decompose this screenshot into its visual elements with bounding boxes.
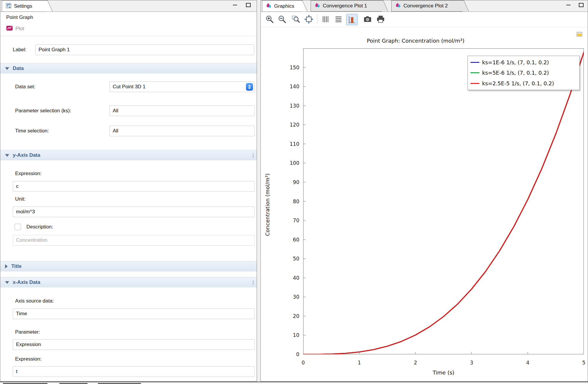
- y-tick-label: 30: [261, 294, 299, 300]
- plot-title: Point Graph: Concentration (mol/m³): [261, 38, 570, 44]
- node-title: Point Graph: [6, 15, 33, 20]
- legend-line-sample: [471, 72, 479, 73]
- tab-convergence-plot-2-label: Convergence Plot 2: [403, 3, 448, 9]
- zoom-out-icon[interactable]: [277, 14, 287, 25]
- y-expression-caption: Expression:: [15, 170, 42, 177]
- y-tick-label: 60: [261, 236, 299, 243]
- y-tick-label: 140: [261, 83, 299, 90]
- section-header-y-axis-data[interactable]: y-Axis Data: [0, 150, 257, 160]
- time-selection-caption: Time selection:: [15, 128, 49, 134]
- snapshot-icon[interactable]: [362, 14, 373, 25]
- y-tick-label: 150: [261, 64, 299, 71]
- toolbar-divider: [261, 27, 588, 27]
- zoom-box-icon[interactable]: [290, 14, 301, 25]
- tab-graphics[interactable]: Graphics: [262, 0, 301, 12]
- grid-y-icon[interactable]: [333, 14, 344, 25]
- tab-settings-label: Settings: [14, 3, 32, 9]
- section-handle-icon: [253, 280, 254, 285]
- x-expression-caption: Expression:: [15, 356, 42, 362]
- label-input[interactable]: [35, 44, 254, 55]
- plot-button[interactable]: Plot: [4, 24, 26, 33]
- plot-group-icon: [395, 2, 401, 9]
- y-expression-input[interactable]: [13, 181, 255, 192]
- print-icon[interactable]: [375, 14, 386, 25]
- comsol-desktop: { "settings_panel": { "tab_label": "Sett…: [0, 0, 588, 384]
- parameter-selection-select[interactable]: All: [109, 105, 255, 116]
- axis-source-select[interactable]: Time: [13, 308, 255, 319]
- toolbar-separator: [317, 14, 317, 24]
- section-header-x-axis-data[interactable]: x-Axis Data: [0, 277, 257, 287]
- minimize-button[interactable]: [566, 2, 572, 8]
- y-tick-label: 20: [261, 313, 299, 319]
- x-tick-label: 3: [464, 359, 479, 366]
- tab-graphics-label: Graphics: [274, 3, 294, 9]
- bottom-window-edge: [0, 382, 588, 384]
- collapse-down-icon: [5, 67, 9, 70]
- x-expression-input[interactable]: [13, 366, 255, 377]
- maximize-button[interactable]: [246, 2, 252, 8]
- minimize-button[interactable]: [233, 2, 239, 8]
- x-tick-label: 4: [520, 359, 535, 366]
- y-tick-label: 40: [261, 275, 299, 281]
- legend-line-sample: [471, 62, 479, 63]
- axis-source-value: Time: [16, 311, 27, 317]
- section-header-data[interactable]: Data: [0, 63, 257, 73]
- legend-label: ks=1E-6 1/s, (7, 0.1, 0.2): [482, 59, 549, 65]
- maximize-button[interactable]: [579, 2, 585, 8]
- legend-label: ks=5E-6 1/s, (7, 0.1, 0.2): [482, 70, 549, 76]
- y-tick-label: 100: [261, 160, 299, 166]
- x-tick-label: 0: [296, 359, 311, 366]
- label-field-caption: Label:: [13, 47, 26, 53]
- parameter-value: Expression: [16, 342, 41, 348]
- graphics-tabbar: Graphics Convergence Plot 1 Convergence …: [261, 0, 588, 12]
- unit-caption: Unit:: [15, 196, 26, 202]
- zoom-in-icon[interactable]: [264, 14, 275, 25]
- y-tick-label: 120: [261, 121, 299, 128]
- y-tick-label: 50: [261, 255, 299, 262]
- x-tick-label: 5: [576, 359, 588, 366]
- y-tick-label: 110: [261, 141, 299, 147]
- settings-tabbar: Settings: [0, 0, 257, 12]
- y-tick-label: 130: [261, 103, 299, 109]
- x-tick-label: 2: [408, 359, 423, 366]
- parameter-select[interactable]: Expression: [13, 339, 255, 350]
- unit-input[interactable]: [13, 207, 255, 217]
- time-selection-value: All: [113, 128, 118, 134]
- tab-settings[interactable]: Settings: [2, 0, 46, 12]
- legend: ks=1E-6 1/s, (7, 0.1, 0.2)ks=5E-6 1/s, (…: [468, 56, 580, 90]
- dropdown-stepper-icon[interactable]: [246, 83, 253, 91]
- collapse-down-icon: [5, 154, 9, 157]
- legend-entry: ks=5E-6 1/s, (7, 0.1, 0.2): [468, 70, 579, 76]
- description-checkbox[interactable]: [15, 224, 21, 230]
- dataset-caption: Data set:: [15, 84, 35, 90]
- plot-canvas[interactable]: [303, 48, 584, 354]
- legend-line-sample: [471, 83, 479, 84]
- y-tick-label: 0: [261, 351, 299, 358]
- zoom-extents-icon[interactable]: [303, 14, 314, 25]
- description-input: Concentration: [13, 235, 255, 246]
- float-window-icon[interactable]: [576, 32, 582, 38]
- time-selection-select[interactable]: All: [109, 126, 255, 136]
- tab-convergence-plot-2[interactable]: Convergence Plot 2: [391, 0, 463, 12]
- plot-icon: [6, 25, 13, 33]
- section-header-title[interactable]: Title: [0, 261, 257, 271]
- graphics-window: Graphics Convergence Plot 1 Convergence …: [260, 0, 588, 382]
- parameter-selection-caption: Parameter selection (ks):: [15, 108, 71, 114]
- collapse-right-icon: [5, 264, 8, 268]
- legend-label: ks=2.5E-5 1/s, (7, 0.1, 0.2): [482, 80, 554, 87]
- x-axis-label: Time (s): [303, 369, 584, 376]
- plot-button-label: Plot: [15, 26, 24, 32]
- plot-group-icon: [314, 2, 320, 9]
- dataset-select[interactable]: Cut Point 3D 1: [109, 81, 255, 92]
- grid-x-icon[interactable]: [320, 14, 331, 25]
- parameter-selection-value: All: [113, 108, 118, 114]
- plot-group-icon: [266, 3, 272, 10]
- y-tick-label: 80: [261, 198, 299, 205]
- axis-source-caption: Axis source data:: [15, 298, 54, 304]
- section-handle-icon: [253, 153, 254, 158]
- divider: [0, 36, 257, 36]
- bar-axis-icon[interactable]: [346, 14, 357, 25]
- tab-convergence-plot-1[interactable]: Convergence Plot 1: [311, 0, 382, 12]
- description-value: Concentration: [16, 237, 47, 243]
- y-tick-label: 10: [261, 332, 299, 338]
